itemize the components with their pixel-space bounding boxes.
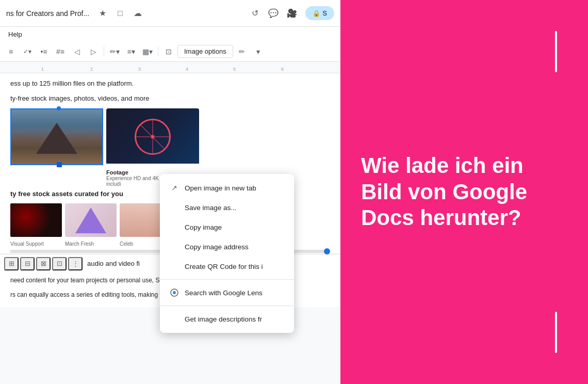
toolbar: ≡ ✓▾ •≡ #≡ ◁ ▷ ✏▾ ≡▾ ▦▾ ⊡ Image options … [0, 41, 340, 62]
image-mountains-purple[interactable] [65, 203, 117, 237]
numbered-icon[interactable]: #≡ [53, 44, 68, 59]
purple-content [65, 203, 117, 237]
doc-text-1: ess up to 125 million files on the platf… [10, 79, 134, 87]
svg-point-1 [173, 291, 176, 294]
ferris-wheel-shape [135, 119, 171, 155]
image-grid [10, 108, 330, 165]
purple-mountain-shape [75, 207, 106, 233]
folder-icon[interactable]: □ [113, 6, 127, 21]
menu-bar: Help [0, 27, 340, 41]
star-icon[interactable]: ★ [95, 6, 110, 21]
bt-wrap-right[interactable]: ⊠ [36, 257, 51, 270]
outdent-icon[interactable]: ◁ [69, 44, 85, 59]
footage-caption [106, 164, 199, 166]
ruler-mark-6: 6 [281, 67, 284, 72]
highlight-icon[interactable]: ✏▾ [107, 44, 122, 59]
decorative-line-bottom [555, 312, 557, 353]
share-label: S [322, 9, 327, 17]
ctx-divider-2 [160, 306, 294, 306]
ctx-image-desc[interactable]: Get image descriptions fr [160, 309, 294, 329]
cloud-icon[interactable]: ☁ [130, 6, 145, 21]
decorative-line-top [555, 31, 557, 72]
ctx-open-tab-label: Open image in new tab [185, 184, 256, 192]
bullet-icon[interactable]: •≡ [36, 44, 52, 59]
qr-icon [169, 261, 179, 271]
bar-handle[interactable] [324, 248, 330, 254]
edit-icon[interactable]: ✏ [234, 44, 250, 59]
doc-line-2: ty-free stock images, photos, videos, an… [10, 93, 330, 104]
share-button[interactable]: 🔒 S [305, 6, 334, 20]
ruler: 1 2 3 4 5 6 [0, 62, 340, 73]
context-menu: ↗ Open image in new tab Save image as...… [160, 174, 294, 333]
image-mountains [10, 108, 103, 165]
menu-help[interactable]: Help [4, 29, 26, 39]
ctx-copy-address[interactable]: Copy image address [160, 237, 294, 257]
divider-2 [158, 46, 158, 57]
ruler-mark-4: 4 [186, 67, 188, 72]
handle-bottom [57, 162, 62, 167]
divider-1 [104, 46, 104, 57]
image-virus[interactable] [10, 203, 62, 237]
comment-icon[interactable]: 💬 [266, 6, 281, 21]
image-row-1 [10, 108, 330, 165]
ctx-qr-code[interactable]: Create QR Code for this i [160, 257, 294, 276]
list-icon[interactable]: ≡ [3, 44, 19, 59]
doc-text-2: ty-free stock images, photos, videos, an… [10, 94, 150, 102]
caption-visual: Visual Support [10, 241, 62, 247]
doc-title: ns for Creators and Prof... [6, 9, 89, 18]
ruler-marks: 1 2 3 4 5 6 [0, 62, 340, 73]
ctx-open-new-tab[interactable]: ↗ Open image in new tab [160, 178, 294, 198]
bt-wrap-left[interactable]: ⊞ [4, 257, 19, 270]
ctx-google-lens[interactable]: Search with Google Lens [160, 283, 294, 302]
link-icon [169, 242, 179, 252]
ctx-address-label: Copy image address [185, 243, 249, 251]
ctx-divider [160, 279, 294, 280]
crop-icon[interactable]: ⊡ [161, 44, 176, 59]
align-icon[interactable]: ≡▾ [123, 44, 139, 59]
lens-icon [169, 287, 179, 298]
top-bar: ns for Creators and Prof... ★ □ ☁ ↺ 💬 🎥 … [0, 0, 340, 27]
ruler-mark-1: 1 [41, 67, 44, 72]
doc-line-1: ess up to 125 million files on the platf… [10, 78, 330, 89]
handle-top [57, 106, 61, 110]
ctx-save-as[interactable]: Save image as... [160, 198, 294, 217]
ferris-bg [106, 108, 199, 165]
bt-wrap-center[interactable]: ⊟ [20, 257, 35, 270]
mountain-center [36, 123, 77, 154]
bt-wrap-none[interactable]: ⊡ [52, 257, 67, 270]
indent-icon[interactable]: ▷ [86, 44, 101, 59]
bt-more[interactable]: ⋮ [68, 257, 83, 270]
image-ferris-wrapper[interactable] [106, 108, 199, 165]
checklist-icon[interactable]: ✓▾ [20, 44, 35, 59]
more-icon[interactable]: ▾ [251, 44, 266, 59]
image-mountains-wrapper[interactable] [10, 108, 103, 165]
caption-march: March Fresh [65, 241, 117, 247]
image-options-button[interactable]: Image options [177, 45, 233, 58]
right-panel: Wie lade ich ein Bild von Google Docs he… [340, 0, 588, 384]
image-ferris [106, 108, 199, 165]
top-bar-icons: ★ □ ☁ [95, 6, 145, 21]
left-panel: ns for Creators and Prof... ★ □ ☁ ↺ 💬 🎥 … [0, 0, 340, 384]
desc-icon [169, 314, 179, 324]
caption-empty [10, 169, 103, 187]
save-icon [169, 202, 179, 213]
doc-content-area: ess up to 125 million files on the platf… [0, 73, 340, 384]
footer-audio: audio and video fi [87, 260, 140, 267]
video-icon[interactable]: 🎥 [285, 6, 299, 21]
ctx-desc-label: Get image descriptions fr [185, 315, 262, 323]
history-icon[interactable]: ↺ [248, 6, 262, 21]
mountains-bg [10, 108, 103, 165]
ruler-mark-2: 2 [90, 67, 93, 72]
ruler-mark-5: 5 [233, 67, 236, 72]
ctx-lens-label: Search with Google Lens [185, 289, 263, 297]
ctx-save-label: Save image as... [185, 204, 237, 212]
ctx-copy-image[interactable]: Copy image [160, 217, 294, 237]
right-title: Wie lade ich ein Bild von Google Docs he… [361, 153, 567, 231]
open-tab-icon: ↗ [169, 183, 179, 193]
ctx-copy-label: Copy image [185, 223, 222, 231]
ctx-qr-label: Create QR Code for this i [185, 263, 263, 270]
cols-icon[interactable]: ▦▾ [140, 44, 155, 59]
copy-icon [169, 222, 179, 232]
ruler-mark-3: 3 [138, 67, 141, 72]
